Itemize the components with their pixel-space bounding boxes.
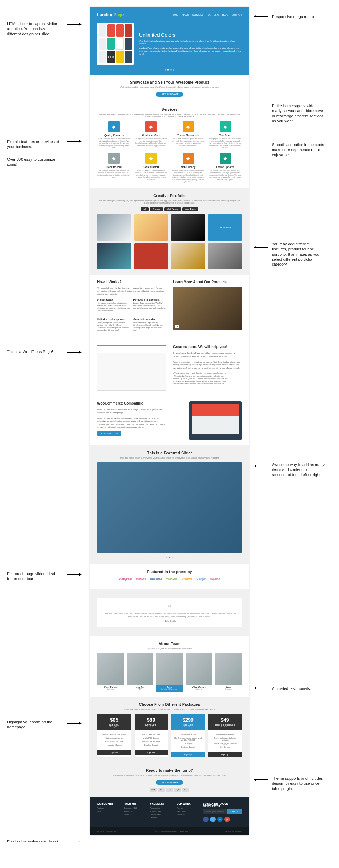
signup-button[interactable]: Sign Up xyxy=(97,750,131,755)
press-logo[interactable]: dribbble xyxy=(210,577,220,581)
member-role: Manager xyxy=(215,688,242,690)
portfolio-item[interactable] xyxy=(208,243,242,269)
menu-item[interactable]: CONTACT xyxy=(232,14,242,16)
slider-dots[interactable] xyxy=(97,556,242,559)
footer-link[interactable]: Leather Bags xyxy=(150,813,173,815)
press-logo[interactable]: Instagram xyxy=(119,577,132,581)
portfolio-item[interactable] xyxy=(171,214,205,241)
arrow-icon xyxy=(254,16,268,17)
portfolio-item[interactable] xyxy=(171,243,205,269)
plan-feature: Free updates for 1 year xyxy=(137,733,165,735)
service-icon: ◆ xyxy=(183,121,194,132)
footer-link[interactable]: July 2013 xyxy=(124,813,147,815)
portfolio-item[interactable] xyxy=(134,214,168,241)
logo[interactable]: LandingPage xyxy=(97,12,124,17)
portfolio-item[interactable] xyxy=(97,243,131,269)
service-icon: ◆ xyxy=(183,153,194,164)
cta-button[interactable]: LET'S PURCHASE xyxy=(156,780,183,785)
footer-link[interactable]: September 2013 xyxy=(124,807,147,809)
linkedin-icon[interactable]: in xyxy=(217,817,223,822)
plan-period: Quarty Plan xyxy=(137,726,165,728)
featured-slide[interactable] xyxy=(97,462,242,553)
signup-button[interactable]: Sign Up xyxy=(135,750,168,755)
footer-heading: SUBSCRIBE TO OUR NEWSLETTER xyxy=(203,802,242,807)
press-logo[interactable]: Google xyxy=(196,577,206,581)
how-intro: Our one click sample data installation m… xyxy=(97,287,166,296)
testimonial-section: ❝ Templatic offers world class WordPress… xyxy=(90,589,249,636)
press-logo[interactable]: facebook xyxy=(150,577,162,581)
bullet-item: • Hasselternet facere sit omat coriporor… xyxy=(173,383,242,386)
testimonial-author: - John Smith xyxy=(102,620,237,622)
bullet-item: • Consectetur adipiscing elit. Fugiat au… xyxy=(173,372,242,375)
feature-desc: Home page is controlled with widgets. Th… xyxy=(97,302,130,312)
slider-dots[interactable] xyxy=(97,68,242,71)
footer-link[interactable]: Formal Shoes xyxy=(150,810,173,812)
filter-button[interactable]: Themes xyxy=(150,207,163,211)
pricing-plan: $299The ClubQuarty PlanSAVE OVER $1000Ge… xyxy=(171,714,205,758)
team-member[interactable]: Allen WooleyDesigner xyxy=(186,653,213,692)
footer-link[interactable]: Accessories xyxy=(150,807,173,809)
footer-link[interactable]: Web Design xyxy=(177,810,200,812)
footer-link[interactable]: WordPress xyxy=(177,813,200,815)
service-item: ◆Test DriveTake pages and demos sites yo… xyxy=(208,121,242,149)
facebook-icon[interactable]: f xyxy=(203,817,209,822)
portfolio-item[interactable]: LANDINGPAGE xyxy=(208,214,242,241)
team-member[interactable]: Lisa RayCEO xyxy=(127,653,154,692)
team-member[interactable]: JaneManager xyxy=(215,653,242,692)
press-logo[interactable]: dribbble xyxy=(136,577,146,581)
footer-link[interactable]: News xyxy=(97,810,120,812)
signup-button[interactable]: Sign Up xyxy=(171,752,205,757)
purchase-button[interactable]: LET'S PURCHASE xyxy=(156,92,183,97)
plan-feature: Get domain xyxy=(211,746,239,748)
footer-bottom: Products Contact Us Shop © 2013 ProductN… xyxy=(90,827,249,835)
hero-section: LandingPage HOMEABOUTSERVICESPORTFOLIOBL… xyxy=(90,7,249,75)
team-section: About Team We are a five year old compan… xyxy=(90,636,249,697)
menu-item[interactable]: BLOG xyxy=(222,14,228,16)
payment-icons: VISAMCAmExPayPalDisc xyxy=(97,788,242,792)
footer-link[interactable]: August 2013 xyxy=(124,810,147,812)
service-desc: Each Templatic theme is one of the best … xyxy=(97,138,131,149)
footer-link[interactable]: Features xyxy=(97,807,120,809)
team-member[interactable]: Peter ParkerMarketing xyxy=(97,653,124,692)
member-role: CEO xyxy=(127,688,154,690)
section-title: This is a Featured Slider xyxy=(97,451,242,455)
feature-item: Portfolio managementLanding Page comes w… xyxy=(133,298,166,315)
cta-title: Ready to make the jump? xyxy=(97,768,242,772)
menu-item[interactable]: HOME xyxy=(172,14,178,16)
twitter-icon[interactable]: t xyxy=(210,817,216,822)
menu-item[interactable]: ABOUT xyxy=(182,14,189,16)
filter-button[interactable]: Web Design xyxy=(164,207,182,211)
feature-title: Portfolio management xyxy=(133,298,166,301)
google-icon[interactable]: g+ xyxy=(224,817,230,822)
filter-button[interactable]: All xyxy=(141,207,149,211)
hero-subtitle: Yes, the in built color picker gives you… xyxy=(139,40,242,45)
subscribe-button[interactable]: SUBSCRIBE xyxy=(227,809,242,814)
logo-text: Page xyxy=(114,12,124,17)
copyright: © 2013 ProductName All Rights Reserved. xyxy=(155,830,188,832)
footer-link[interactable]: Themes xyxy=(177,807,200,809)
press-logo[interactable]: Creative xyxy=(182,577,192,581)
annotation: HTML slider to capture visitor attention… xyxy=(7,21,60,36)
member-photo xyxy=(127,653,154,685)
plan-feature: WordPress Installation xyxy=(211,733,239,735)
video-player[interactable]: HD xyxy=(173,287,242,330)
plan-feature: Lifetime usage license xyxy=(137,740,165,742)
press-logo[interactable]: VeeKynd xyxy=(166,577,177,581)
plan-feature: Lifetime usage license xyxy=(100,737,128,739)
signup-button[interactable]: Sign Up xyxy=(208,752,242,757)
annotation: Explain features or services of your bus… xyxy=(7,139,60,150)
member-photo xyxy=(97,653,124,685)
hero-slider-image[interactable]: 1 3 4 3 xyxy=(97,23,134,65)
action-button[interactable]: ACTION BUTTON xyxy=(97,431,121,436)
team-member[interactable]: DomiFront end Developer xyxy=(156,653,183,692)
filter-button[interactable]: WordPress xyxy=(182,207,198,211)
plan-period: Quarty Plan xyxy=(174,726,202,728)
portfolio-item[interactable] xyxy=(134,243,168,269)
menu-item[interactable]: SERVICES xyxy=(192,14,203,16)
newsletter-input[interactable] xyxy=(203,809,227,814)
footer-link[interactable]: Products xyxy=(150,817,173,819)
menu-item[interactable]: PORTFOLIO xyxy=(207,14,219,16)
portfolio-item[interactable] xyxy=(97,214,131,241)
footer-heading: OUR WORK xyxy=(177,802,200,805)
footer-links[interactable]: Products Contact Us Shop xyxy=(97,830,118,832)
